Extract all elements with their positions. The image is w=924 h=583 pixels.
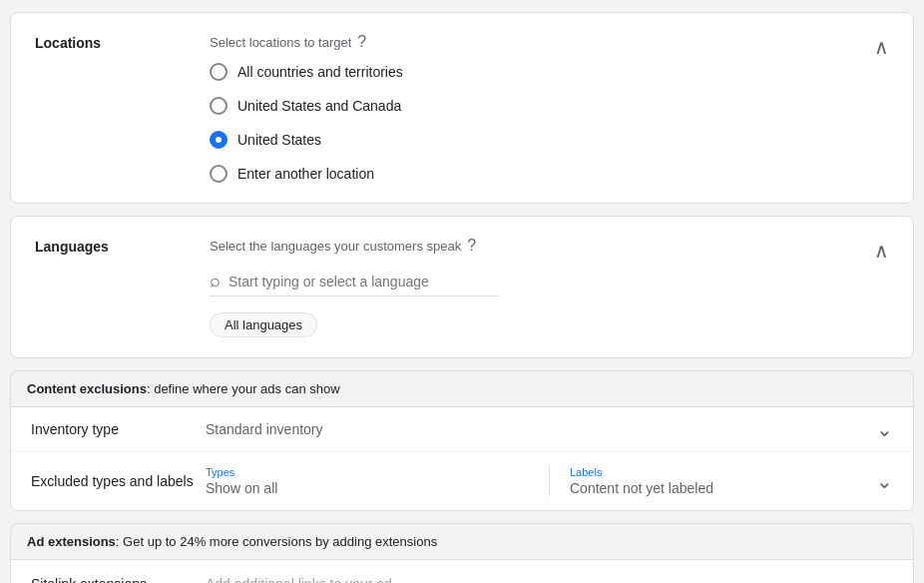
radio-all-countries[interactable] — [210, 63, 228, 81]
languages-row: Languages Select the languages your cust… — [11, 217, 913, 357]
sitelink-chevron[interactable]: ⌄ — [876, 572, 893, 583]
search-icon: ⌕ — [210, 271, 221, 292]
sitelink-label: Sitelink extensions — [31, 576, 206, 583]
content-exclusions-wrapper: Content exclusions: define where your ad… — [10, 370, 914, 511]
content-exclusions-header-bold: Content exclusions — [27, 381, 147, 396]
languages-help-icon[interactable]: ? — [467, 237, 476, 255]
radio-item-all-countries[interactable]: All countries and territories — [210, 63, 889, 81]
radio-us-canada[interactable] — [210, 97, 228, 115]
ad-extensions-wrapper: Ad extensions: Get up to 24% more conver… — [10, 523, 914, 583]
locations-collapse-icon[interactable]: ∧ — [874, 35, 889, 59]
languages-collapse-icon[interactable]: ∧ — [874, 239, 889, 263]
excluded-types-col1-label: Types — [206, 466, 529, 478]
sitelink-row: Sitelink extensions Add additional links… — [11, 560, 913, 583]
content-exclusions-header: Content exclusions: define where your ad… — [10, 370, 914, 406]
locations-section: Locations Select locations to target ? A… — [10, 12, 914, 204]
language-search-container: ⌕ — [210, 267, 499, 296]
inventory-type-value: Standard inventory — [206, 421, 893, 437]
inventory-type-chevron[interactable]: ⌄ — [876, 417, 893, 441]
languages-title-row: Select the languages your customers spea… — [210, 237, 889, 255]
content-exclusions-body: Inventory type Standard inventory ⌄ Excl… — [10, 406, 914, 511]
all-languages-chip[interactable]: All languages — [210, 312, 317, 337]
excluded-types-col1-value: Show on all — [206, 480, 529, 496]
ad-extensions-header-bold: Ad extensions — [27, 534, 116, 549]
inventory-type-row: Inventory type Standard inventory ⌄ — [11, 407, 913, 452]
excluded-types-col2-label: Labels — [570, 466, 893, 478]
locations-help-icon[interactable]: ? — [357, 33, 366, 51]
languages-title: Select the languages your customers spea… — [210, 239, 461, 254]
languages-section: Languages Select the languages your cust… — [10, 216, 914, 358]
sitelink-value: Add additional links to your ad — [206, 576, 392, 583]
ad-extensions-header-text: : Get up to 24% more conversions by addi… — [116, 534, 437, 549]
locations-title-row: Select locations to target ? — [210, 33, 889, 51]
locations-content: Select locations to target ? All countri… — [210, 33, 889, 183]
radio-another[interactable] — [210, 165, 228, 183]
excluded-types-col2: Labels Content not yet labeled — [570, 466, 893, 496]
radio-label-us: United States — [237, 132, 321, 148]
language-search-input[interactable] — [229, 274, 499, 290]
radio-label-another: Enter another location — [237, 166, 374, 182]
languages-content: Select the languages your customers spea… — [210, 237, 889, 337]
excluded-types-col1: Types Show on all — [206, 466, 529, 496]
excluded-types-multi: Types Show on all Labels Content not yet… — [206, 466, 893, 496]
locations-radio-group: All countries and territories United Sta… — [210, 63, 889, 183]
radio-label-us-canada: United States and Canada — [237, 98, 401, 114]
col-divider — [549, 466, 550, 496]
locations-row: Locations Select locations to target ? A… — [11, 13, 913, 203]
locations-title: Select locations to target — [210, 35, 351, 50]
content-exclusions-header-text: : define where your ads can show — [147, 381, 340, 396]
radio-us[interactable] — [210, 131, 228, 149]
ad-extensions-body: Sitelink extensions Add additional links… — [10, 559, 914, 583]
excluded-types-col2-value: Content not yet labeled — [570, 480, 893, 496]
locations-label: Locations — [35, 33, 210, 51]
languages-label: Languages — [35, 237, 210, 255]
excluded-types-label: Excluded types and labels — [31, 473, 206, 489]
excluded-types-chevron[interactable]: ⌄ — [876, 469, 893, 493]
radio-item-us-canada[interactable]: United States and Canada — [210, 97, 889, 115]
radio-item-another[interactable]: Enter another location — [210, 165, 889, 183]
ad-extensions-header: Ad extensions: Get up to 24% more conver… — [10, 523, 914, 559]
radio-label-all-countries: All countries and territories — [237, 64, 403, 80]
radio-item-us[interactable]: United States — [210, 131, 889, 149]
inventory-type-label: Inventory type — [31, 421, 206, 437]
excluded-types-row: Excluded types and labels Types Show on … — [11, 452, 913, 510]
